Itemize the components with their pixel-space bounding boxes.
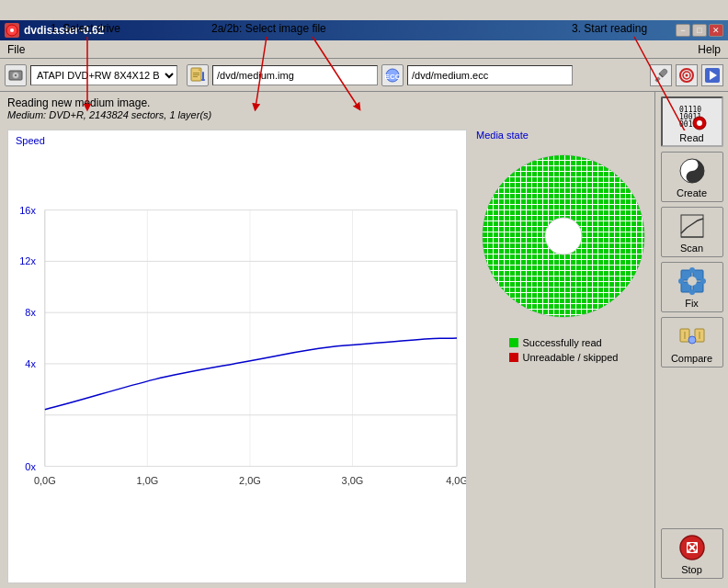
- svg-rect-12: [193, 76, 198, 77]
- sidebar: 01110 10011 00111 Read: [654, 92, 728, 588]
- svg-text:1,0G: 1,0G: [137, 475, 159, 486]
- svg-point-74: [688, 336, 696, 344]
- menu-file[interactable]: File: [4, 42, 28, 57]
- target-icon[interactable]: [676, 64, 698, 86]
- svg-point-69: [689, 289, 695, 295]
- svg-point-67: [688, 277, 697, 286]
- read-button[interactable]: 01110 10011 00111 Read: [661, 96, 723, 147]
- svg-point-70: [678, 278, 684, 284]
- scan-label: Scan: [680, 243, 703, 254]
- status-line2: Medium: DVD+R, 2143824 sectors, 1 layer(…: [7, 109, 647, 120]
- fix-label: Fix: [685, 298, 699, 309]
- fix-button[interactable]: Fix: [661, 262, 723, 312]
- create-label: Create: [677, 187, 707, 198]
- legend-unread-icon: [509, 353, 518, 362]
- svg-rect-10: [193, 73, 199, 74]
- svg-point-60: [689, 175, 694, 179]
- legend-unread: Unreadable / skipped: [509, 352, 619, 363]
- stop-icon: [677, 533, 707, 562]
- title-bar: dvdisaster-0.62 − □ ✕: [0, 20, 728, 40]
- svg-rect-17: [655, 76, 661, 82]
- close-button[interactable]: ✕: [709, 24, 723, 37]
- scan-icon: [677, 211, 707, 241]
- svg-text:16x: 16x: [19, 205, 36, 216]
- create-button[interactable]: Create: [661, 152, 723, 202]
- svg-rect-14: [201, 79, 205, 81]
- svg-point-71: [700, 278, 706, 284]
- status-line1: Reading new medium image.: [7, 96, 647, 109]
- svg-text:0x: 0x: [25, 461, 36, 472]
- compare-icon: [677, 322, 707, 351]
- preferences-icon[interactable]: [650, 64, 672, 86]
- disc-legend: Successfully read Unreadable / skipped: [509, 337, 619, 367]
- ecc-file-icon[interactable]: ECC: [381, 64, 404, 86]
- svg-point-57: [697, 120, 702, 126]
- scan-button[interactable]: Scan: [661, 207, 723, 257]
- chart-speed-label: Speed: [16, 135, 45, 146]
- svg-point-52: [545, 218, 582, 254]
- svg-rect-61: [681, 215, 703, 237]
- maximize-button[interactable]: □: [692, 24, 707, 37]
- fix-icon: [677, 266, 707, 296]
- menu-bar: File Help: [0, 40, 728, 59]
- go-icon[interactable]: [701, 64, 723, 86]
- svg-point-5: [10, 28, 14, 32]
- minimize-button[interactable]: −: [676, 24, 690, 37]
- ecc-path-input[interactable]: [407, 65, 573, 85]
- legend-read-icon: [509, 338, 518, 347]
- svg-point-68: [689, 267, 695, 273]
- chart-media-container: Speed: [7, 130, 647, 583]
- legend-read-label: Successfully read: [523, 337, 602, 348]
- app-title: dvdisaster-0.62: [24, 24, 104, 37]
- media-area: Media state: [476, 130, 651, 583]
- disc-visualization: [476, 149, 651, 323]
- app-icon: [5, 23, 19, 38]
- compare-label: Compare: [671, 353, 712, 364]
- svg-rect-13: [202, 72, 204, 80]
- stop-label: Stop: [681, 564, 702, 575]
- media-state-label: Media state: [476, 130, 529, 141]
- main-area: Reading new medium image. Medium: DVD+R,…: [0, 92, 728, 588]
- legend-unread-label: Unreadable / skipped: [523, 352, 619, 363]
- image-path-input[interactable]: [212, 65, 378, 85]
- svg-text:8x: 8x: [25, 307, 36, 318]
- svg-text:3,0G: 3,0G: [342, 475, 364, 486]
- read-icon: 01110 10011 00111: [677, 101, 707, 130]
- menu-help[interactable]: Help: [694, 42, 724, 57]
- svg-text:2,0G: 2,0G: [239, 475, 261, 486]
- svg-text:12x: 12x: [19, 255, 36, 266]
- svg-text:0,0G: 0,0G: [34, 475, 56, 486]
- content-area: Reading new medium image. Medium: DVD+R,…: [0, 92, 654, 588]
- image-file-icon[interactable]: [187, 64, 209, 86]
- svg-point-59: [689, 163, 694, 167]
- svg-text:4,0G: 4,0G: [446, 475, 466, 486]
- svg-text:ECC: ECC: [385, 73, 401, 81]
- drive-icon: [5, 64, 27, 86]
- drive-select[interactable]: ATAPI DVD+RW 8X4X12 B: [30, 65, 177, 85]
- svg-rect-11: [193, 74, 199, 75]
- create-icon: [677, 156, 707, 186]
- read-label: Read: [679, 132, 703, 143]
- svg-point-8: [15, 74, 17, 76]
- chart-area: Speed: [7, 130, 467, 583]
- svg-text:4x: 4x: [25, 358, 36, 369]
- svg-point-20: [686, 74, 688, 76]
- legend-read: Successfully read: [509, 337, 619, 348]
- compare-button[interactable]: Compare: [661, 317, 723, 368]
- stop-button[interactable]: Stop: [661, 528, 723, 579]
- toolbar: ATAPI DVD+RW 8X4X12 B EC: [0, 59, 728, 92]
